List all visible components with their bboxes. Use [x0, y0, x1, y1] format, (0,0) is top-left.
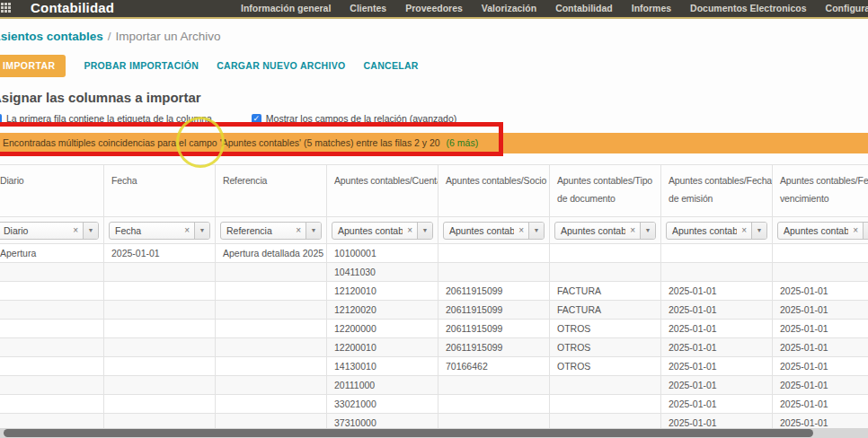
table-cell	[0, 357, 104, 376]
column-header: Apuntes contables/Fecha de emisión	[661, 165, 773, 217]
selected-field-label: Apuntes contabl...	[444, 225, 514, 236]
menu-item-proveedores[interactable]: Proveedores	[405, 3, 463, 13]
table-cell: 2025-01-01	[104, 244, 216, 263]
table-cell	[104, 282, 216, 301]
table-cell	[438, 263, 550, 282]
table-cell: 14130010	[327, 357, 438, 376]
dropdown-caret-icon[interactable]: ▼	[751, 223, 766, 239]
field-mapping-cell: Referencia×▼	[216, 217, 327, 244]
clear-field-icon[interactable]: ×	[625, 225, 640, 235]
table-cell: 12200010	[327, 338, 438, 357]
upload-new-file-button[interactable]: CARGAR NUEVO ARCHIVO	[217, 60, 345, 71]
column-field-select[interactable]: Apuntes contabl...×▼	[443, 222, 545, 240]
table-row: 10411030	[0, 263, 868, 282]
horizontal-scrollbar-track[interactable]	[0, 428, 868, 438]
selected-field-label: Apuntes contabl...	[778, 225, 848, 236]
first-row-has-labels-label: La primera fila contiene la etiqueta de …	[6, 113, 212, 124]
selected-field-label: Fecha	[110, 225, 180, 236]
table-cell: 2025-01-01	[773, 395, 868, 414]
breadcrumb-parent-link[interactable]: Asientos contables	[0, 30, 103, 43]
app-brand[interactable]: Contabilidad	[31, 0, 114, 15]
column-field-select[interactable]: Fecha×▼	[109, 222, 210, 240]
table-cell	[216, 338, 327, 357]
topbar: Contabilidad Información generalClientes…	[0, 0, 868, 19]
column-field-select[interactable]: Diario×▼	[0, 222, 99, 240]
dropdown-caret-icon[interactable]: ▼	[863, 223, 868, 239]
menu-item-configuracion[interactable]: Configuración	[826, 3, 868, 13]
column-field-select[interactable]: Apuntes contabl...×▼	[332, 222, 433, 240]
clear-field-icon[interactable]: ×	[737, 225, 751, 235]
table-row: 1212001020611915099FACTURA2025-01-012025…	[0, 282, 868, 301]
dropdown-caret-icon[interactable]: ▼	[528, 223, 544, 239]
table-cell: 10411030	[327, 263, 438, 282]
menu-item-valorizacion[interactable]: Valorización	[482, 3, 536, 13]
menu-item-informacion-general[interactable]: Información general	[241, 3, 331, 13]
clear-field-icon[interactable]: ×	[291, 225, 306, 235]
clear-field-icon[interactable]: ×	[68, 225, 83, 235]
clear-field-icon[interactable]: ×	[403, 225, 417, 235]
horizontal-scrollbar-thumb[interactable]	[4, 429, 813, 437]
table-row: 330210002025-01-012025-01-01	[0, 395, 868, 414]
menu-item-contabilidad[interactable]: Contabilidad	[555, 3, 613, 13]
table-cell	[0, 320, 104, 338]
column-field-select[interactable]: Referencia×▼	[220, 222, 322, 240]
column-header: Referencia	[216, 165, 327, 217]
show-relation-fields-checkbox[interactable]: ✓ Mostrar los campos de la relación (ava…	[252, 113, 456, 124]
table-row: 1220000020611915099OTROS2025-01-012025-0…	[0, 320, 868, 338]
first-row-has-labels-checkbox[interactable]: ✓ La primera fila contiene la etiqueta d…	[0, 113, 212, 124]
import-button[interactable]: IMPORTAR	[0, 55, 66, 77]
import-options: ✓ La primera fila contiene la etiqueta d…	[0, 112, 868, 125]
table-cell	[216, 376, 327, 395]
menu-item-documentos-electronicos[interactable]: Documentos Electronicos	[690, 3, 807, 13]
menu-item-clientes[interactable]: Clientes	[350, 3, 386, 13]
selected-field-label: Apuntes contabl...	[667, 225, 737, 236]
table-cell: 12120010	[327, 282, 438, 301]
table-cell: 2025-01-01	[661, 338, 773, 357]
field-mapping-cell: Apuntes contabl...×▼	[773, 217, 868, 244]
table-cell: 12200000	[327, 320, 438, 338]
table-cell: 20611915099	[438, 282, 550, 301]
dropdown-caret-icon[interactable]: ▼	[306, 223, 321, 239]
table-cell	[0, 395, 104, 414]
table-row: 1413001070166462OTROS2025-01-012025-01-0…	[0, 357, 868, 376]
column-header: Fecha	[104, 165, 216, 217]
table-cell: 2025-01-01	[661, 357, 773, 376]
table-cell: 2025-01-01	[773, 376, 868, 395]
test-import-button[interactable]: PROBAR IMPORTACIÓN	[84, 60, 199, 71]
column-field-select[interactable]: Apuntes contabl...×▼	[777, 222, 868, 240]
table-cell	[104, 301, 216, 320]
cancel-button[interactable]: CANCELAR	[363, 60, 418, 71]
app-window: Contabilidad Información generalClientes…	[0, 0, 868, 438]
clear-field-icon[interactable]: ×	[180, 225, 194, 235]
field-mapping-cell: Apuntes contabl...×▼	[550, 217, 661, 244]
dropdown-caret-icon[interactable]: ▼	[83, 223, 98, 239]
breadcrumb: Asientos contables/Importar un Archivo	[0, 30, 868, 46]
import-preview-table: DiarioFechaReferenciaApuntes contables/C…	[0, 164, 868, 433]
table-cell	[0, 376, 104, 395]
menu-item-informes[interactable]: Informes	[632, 3, 671, 13]
table-cell	[661, 263, 773, 282]
table-cell: 2025-01-01	[661, 282, 773, 301]
apps-menu-icon[interactable]	[1, 3, 11, 13]
column-field-select[interactable]: Apuntes contabl...×▼	[554, 222, 656, 240]
breadcrumb-separator: /	[108, 30, 111, 43]
more-matches-link[interactable]: (6 más)	[447, 137, 479, 148]
clear-field-icon[interactable]: ×	[514, 225, 528, 235]
selected-field-label: Apuntes contabl...	[332, 225, 403, 236]
field-mapping-cell: Apuntes contabl...×▼	[438, 217, 550, 244]
clear-field-icon[interactable]: ×	[848, 225, 863, 235]
table-row: 1212002020611915099FACTURA2025-01-012025…	[0, 301, 868, 320]
column-field-select[interactable]: Apuntes contabl...×▼	[666, 222, 767, 240]
table-cell: 12120020	[327, 301, 438, 320]
table-cell: OTROS	[550, 357, 661, 376]
table-cell: 10100001	[327, 244, 438, 263]
dropdown-caret-icon[interactable]: ▼	[640, 223, 655, 239]
table-cell: FACTURA	[550, 282, 661, 301]
checkbox-checked-icon: ✓	[0, 114, 2, 124]
dropdown-caret-icon[interactable]: ▼	[194, 223, 209, 239]
selected-field-label: Diario	[0, 225, 68, 236]
table-cell: 2025-01-01	[661, 395, 773, 414]
dropdown-caret-icon[interactable]: ▼	[417, 223, 432, 239]
toolbar: IMPORTAR PROBAR IMPORTACIÓN CARGAR NUEVO…	[0, 54, 868, 77]
table-cell: 2025-01-01	[661, 320, 773, 338]
